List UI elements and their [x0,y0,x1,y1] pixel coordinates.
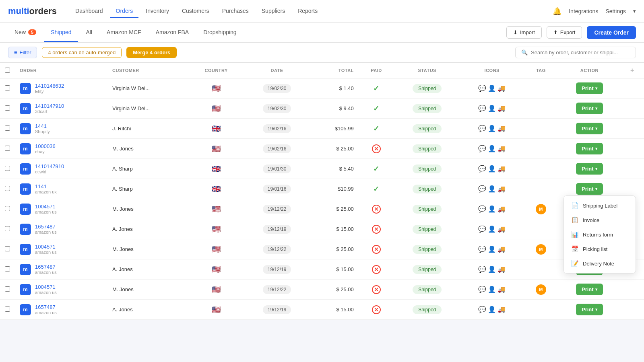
table-row: m 1004571 amazon us M. Jones 🇺🇸 19/12/22… [0,239,644,259]
nav-link-orders[interactable]: Orders [110,4,139,18]
row-icons: 💬👤🚚 [460,300,524,320]
row-checkbox[interactable] [0,199,15,219]
dropdown-item-returns-form[interactable]: 📊 Returns form [564,227,636,242]
nav-link-reports[interactable]: Reports [292,4,323,18]
row-country: 🇬🇧 [188,119,244,139]
tab-amazon-mcf[interactable]: Amazon MCF [100,23,148,42]
order-number[interactable]: 1657487 [35,224,56,230]
order-info: 1410147910 ecwid [35,163,64,174]
create-order-button[interactable]: Create Order [587,26,636,39]
row-date: 19/02/30 [244,99,310,119]
row-icons: 💬👤🚚 [460,259,524,280]
dropdown-item-picking-list[interactable]: 📅 Picking list [564,242,636,256]
row-action: Print ▾ [558,99,621,119]
row-order-cell: m 1657487 amazon us [15,219,107,239]
nav-link-inventory[interactable]: Inventory [140,4,175,18]
print-button[interactable]: Print ▾ [576,304,603,315]
row-checkbox[interactable] [0,259,15,280]
print-button[interactable]: Print ▾ [576,284,603,295]
search-input[interactable] [531,49,630,56]
tab-shipped[interactable]: Shipped [44,23,78,42]
channel-icon: m [20,264,31,275]
order-number[interactable]: 1410148632 [35,83,64,89]
export-button[interactable]: ⬆ Export [547,26,582,39]
row-checkbox[interactable] [0,119,15,139]
print-button[interactable]: Print ▾ [576,82,603,94]
order-number[interactable]: 1004571 [35,244,56,250]
order-source: 3dcart [35,109,64,114]
row-country: 🇺🇸 [188,99,244,119]
dropdown-item-delivery-note[interactable]: 📝 Delivery Note [564,256,636,271]
print-button[interactable]: Print ▾ [576,183,603,195]
filter-button[interactable]: ≡ Filter [8,47,37,58]
nav-link-purchases[interactable]: Purchases [217,4,254,18]
tab-dropshipping[interactable]: Dropshipping [197,23,243,42]
row-date: 19/01/16 [244,179,310,199]
row-total: $ 5.40 [310,159,359,179]
col-date: DATE [244,63,310,78]
filter-icon: ≡ [14,49,17,56]
nav-integrations[interactable]: Integrations [569,8,598,14]
order-number[interactable]: 1004571 [35,284,56,290]
notification-icon[interactable]: 🔔 [553,7,561,16]
col-add[interactable]: + [621,63,644,78]
returns-form-icon: 📊 [571,231,579,238]
row-checkbox[interactable] [0,300,15,320]
row-checkbox[interactable] [0,139,15,159]
print-button[interactable]: Print ▾ [576,103,603,114]
row-country: 🇺🇸 [188,219,244,239]
dropdown-item-shipping-label[interactable]: 📄 Shipping Label [564,198,636,213]
row-checkbox[interactable] [0,280,15,300]
tab-amazon-fba[interactable]: Amazon FBA [149,23,195,42]
table-row: m 1657487 amazon us A. Jones 🇺🇸 19/12/19… [0,259,644,280]
print-button[interactable]: Print ▾ [576,123,603,134]
order-number[interactable]: 1441 [35,123,47,129]
row-checkbox[interactable] [0,99,15,119]
tab-all[interactable]: All [80,23,99,42]
row-checkbox[interactable] [0,179,15,199]
row-status: Shipped [394,219,460,239]
row-checkbox[interactable] [0,239,15,259]
settings-chevron-icon[interactable]: ▾ [633,8,636,14]
row-extra [621,300,644,320]
import-icon: ⬇ [513,29,518,35]
row-paid: ✓ [359,99,394,119]
order-number[interactable]: 1657487 [35,264,56,270]
nav-link-suppliers[interactable]: Suppliers [256,4,291,18]
row-action: Print ▾ [558,280,621,300]
order-number[interactable]: 1410147910 [35,163,64,169]
row-checkbox[interactable] [0,219,15,239]
search-box: 🔍 [515,47,636,58]
col-checkbox [0,63,15,78]
nav-settings[interactable]: Settings [605,8,626,14]
row-checkbox[interactable] [0,78,15,99]
row-country: 🇺🇸 [188,280,244,300]
order-number[interactable]: 1004571 [35,204,56,210]
channel-icon: m [20,304,31,315]
order-info: 1410148632 Etsy [35,83,64,94]
nav-link-customers[interactable]: Customers [176,4,215,18]
nav-link-dashboard[interactable]: Dashboard [70,4,109,18]
order-number[interactable]: 1000036 [35,143,56,149]
tab-new[interactable]: New 5 [8,23,43,42]
row-checkbox[interactable] [0,159,15,179]
select-all-checkbox[interactable] [5,68,10,73]
invoice-icon: 📋 [571,216,579,224]
order-number[interactable]: 1410147910 [35,103,64,109]
dropdown-item-invoice[interactable]: 📋 Invoice [564,213,636,227]
logo[interactable]: multiorders [8,6,57,16]
import-button[interactable]: ⬇ Import [506,26,542,39]
order-number[interactable]: 1141 [35,183,47,189]
row-date: 19/12/22 [244,199,310,219]
print-button[interactable]: Print ▾ [576,143,603,154]
row-country: 🇺🇸 [188,199,244,219]
print-button[interactable]: Print ▾ [576,163,603,175]
row-status: Shipped [394,99,460,119]
row-icons: 💬👤🚚 [460,139,524,159]
row-icons: 💬👤🚚 [460,280,524,300]
order-source: Shopify [35,129,50,134]
merge-orders-button[interactable]: Merge 4 orders [126,47,177,58]
row-status: Shipped [394,280,460,300]
order-number[interactable]: 1657487 [35,304,56,310]
row-tag [524,159,558,179]
